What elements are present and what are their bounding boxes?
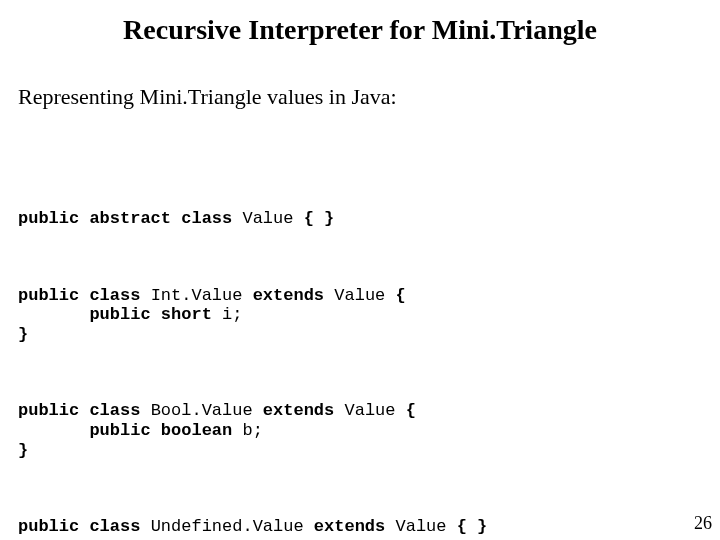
code-area: public abstract class Value { } public c…	[18, 170, 720, 540]
code-block-value: public abstract class Value { }	[18, 209, 720, 229]
code-text: { }	[447, 517, 488, 536]
code-text: Value	[344, 401, 395, 420]
code-text: extends	[304, 517, 396, 536]
code-text: i;	[222, 305, 242, 324]
code-text: b;	[242, 421, 262, 440]
code-text: {	[396, 401, 416, 420]
code-text: Value	[242, 209, 293, 228]
code-text: Int.Value	[151, 286, 243, 305]
code-text: Undefined.Value	[151, 517, 304, 536]
code-text: extends	[253, 401, 345, 420]
code-text: Bool.Value	[151, 401, 253, 420]
code-block-undefinedvalue: public class Undefined.Value extends Val…	[18, 517, 720, 537]
code-text: public short	[18, 305, 222, 324]
code-block-boolvalue: public class Bool.Value extends Value { …	[18, 401, 720, 460]
code-text: public class	[18, 517, 151, 536]
code-text: }	[18, 441, 28, 460]
slide: Recursive Interpreter for Mini.Triangle …	[0, 0, 720, 540]
code-text: }	[18, 325, 28, 344]
code-text: public boolean	[18, 421, 242, 440]
code-text: public class	[18, 401, 151, 420]
slide-title: Recursive Interpreter for Mini.Triangle	[0, 0, 720, 46]
code-text: public abstract class	[18, 209, 242, 228]
page-number: 26	[694, 513, 712, 534]
slide-subtitle: Representing Mini.Triangle values in Jav…	[18, 84, 720, 110]
code-text: {	[385, 286, 405, 305]
code-block-intvalue: public class Int.Value extends Value { p…	[18, 286, 720, 345]
code-text: public class	[18, 286, 151, 305]
code-text: extends	[242, 286, 334, 305]
code-text: Value	[334, 286, 385, 305]
code-text: Value	[395, 517, 446, 536]
code-text: { }	[293, 209, 334, 228]
